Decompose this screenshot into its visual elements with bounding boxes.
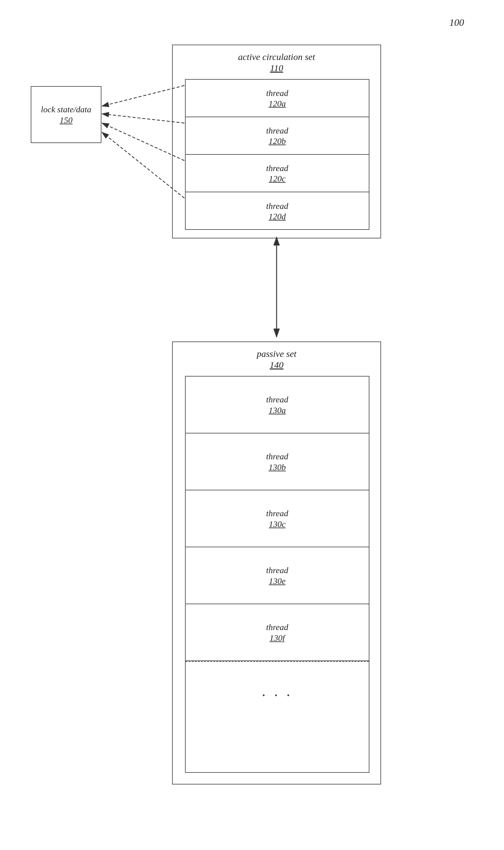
thread-130f-label: 130f	[270, 633, 285, 643]
passive-ellipsis-row: · · ·	[186, 661, 369, 729]
active-thread-120d: thread 120d	[186, 192, 369, 230]
passive-threads-inner-box: thread 130a thread 130b thread 130c thre…	[185, 376, 370, 773]
thread-130c-text: thread	[266, 508, 288, 519]
lock-state-box: lock state/data 150	[31, 86, 102, 143]
active-set-label: 110	[173, 63, 380, 73]
lock-state-text: lock state/data	[41, 104, 91, 115]
thread-120a-label: 120a	[269, 99, 286, 109]
active-thread-120b: thread 120b	[186, 117, 369, 155]
passive-thread-130a: thread 130a	[186, 377, 369, 433]
ref-number-100: 100	[449, 17, 464, 28]
passive-thread-130b: thread 130b	[186, 433, 369, 490]
thread-130a-label: 130a	[269, 405, 286, 415]
passive-thread-130c: thread 130c	[186, 490, 369, 547]
thread-120c-label: 120c	[269, 174, 286, 184]
thread-130b-text: thread	[266, 451, 288, 462]
lock-state-label: 150	[60, 115, 73, 125]
passive-thread-130e: thread 130e	[186, 547, 369, 604]
thread-120a-text: thread	[266, 88, 288, 99]
thread-130a-text: thread	[266, 394, 288, 405]
thread-120d-text: thread	[266, 201, 288, 212]
ellipsis-dots: · · ·	[262, 688, 292, 702]
thread-120b-label: 120b	[269, 136, 286, 146]
thread-120b-text: thread	[266, 125, 288, 136]
passive-thread-130f: thread 130f	[186, 604, 369, 661]
thread-120c-text: thread	[266, 163, 288, 174]
passive-set-box: passive set 140 thread 130a thread 130b …	[172, 342, 381, 784]
active-set-title: active circulation set	[173, 45, 380, 63]
passive-set-label: 140	[173, 360, 380, 370]
thread-130e-label: 130e	[269, 576, 286, 586]
active-threads-inner-box: thread 120a thread 120b thread 120c thre…	[185, 79, 370, 230]
active-circulation-set-box: active circulation set 110 thread 120a t…	[172, 45, 381, 239]
thread-130e-text: thread	[266, 565, 288, 576]
passive-set-title: passive set	[173, 342, 380, 360]
thread-130c-label: 130c	[269, 519, 286, 529]
active-thread-120c: thread 120c	[186, 155, 369, 192]
thread-130b-label: 130b	[269, 462, 286, 472]
thread-130f-text: thread	[266, 622, 288, 633]
active-thread-120a: thread 120a	[186, 80, 369, 117]
thread-120d-label: 120d	[269, 212, 286, 222]
